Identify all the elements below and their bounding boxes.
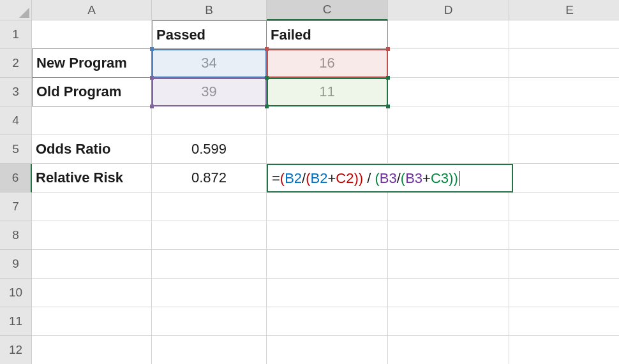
cell-E5[interactable] bbox=[509, 135, 619, 164]
cell-E11[interactable] bbox=[509, 307, 619, 336]
cell-D4[interactable] bbox=[388, 106, 509, 135]
cell-D10[interactable] bbox=[388, 279, 509, 307]
select-all-corner[interactable] bbox=[0, 0, 32, 20]
row-header-9[interactable]: 9 bbox=[0, 250, 32, 279]
cell-D7[interactable] bbox=[388, 193, 509, 221]
cell-B2[interactable]: 34 bbox=[152, 49, 267, 78]
cell-D3[interactable] bbox=[388, 78, 509, 106]
cell-B9[interactable] bbox=[152, 250, 267, 279]
cell-E9[interactable] bbox=[509, 250, 619, 279]
svg-marker-0 bbox=[19, 8, 29, 18]
cell-A9[interactable] bbox=[32, 250, 152, 279]
row-header-11[interactable]: 11 bbox=[0, 307, 32, 336]
cell-A8[interactable] bbox=[32, 221, 152, 250]
cell-C7[interactable] bbox=[267, 193, 388, 221]
col-header-A[interactable]: A bbox=[32, 0, 152, 20]
cell-A10[interactable] bbox=[32, 279, 152, 307]
row-header-3[interactable]: 3 bbox=[0, 78, 32, 106]
cell-D11[interactable] bbox=[388, 307, 509, 336]
cell-D9[interactable] bbox=[388, 250, 509, 279]
cell-D8[interactable] bbox=[388, 221, 509, 250]
cell-E7[interactable] bbox=[509, 193, 619, 221]
cell-A6[interactable]: Relative Risk bbox=[32, 164, 152, 193]
spreadsheet[interactable]: ABCDE123456789101112PassedFailedNew Prog… bbox=[0, 0, 619, 364]
col-header-C[interactable]: C bbox=[267, 0, 388, 20]
cell-D1[interactable] bbox=[388, 20, 509, 49]
row-header-5[interactable]: 5 bbox=[0, 135, 32, 164]
cell-B6[interactable]: 0.872 bbox=[152, 164, 267, 193]
cell-A4[interactable] bbox=[32, 106, 152, 135]
cell-C10[interactable] bbox=[267, 279, 388, 307]
cell-A11[interactable] bbox=[32, 307, 152, 336]
cell-E4[interactable] bbox=[509, 106, 619, 135]
cell-C5[interactable] bbox=[267, 135, 388, 164]
row-header-7[interactable]: 7 bbox=[0, 193, 32, 221]
cell-C3[interactable]: 11 bbox=[267, 78, 388, 106]
cell-B3[interactable]: 39 bbox=[152, 78, 267, 106]
text-caret bbox=[459, 171, 459, 186]
cell-A2[interactable]: New Program bbox=[32, 49, 152, 78]
cell-E3[interactable] bbox=[509, 78, 619, 106]
cell-E6[interactable] bbox=[509, 164, 619, 193]
cell-B8[interactable] bbox=[152, 221, 267, 250]
cell-B11[interactable] bbox=[152, 307, 267, 336]
cell-editor[interactable]: =(B2/(B2+C2)) / (B3/(B3+C3)) bbox=[267, 164, 513, 193]
cell-E1[interactable] bbox=[509, 20, 619, 49]
cell-C9[interactable] bbox=[267, 250, 388, 279]
cell-C11[interactable] bbox=[267, 307, 388, 336]
cell-C12[interactable] bbox=[267, 336, 388, 364]
cell-B7[interactable] bbox=[152, 193, 267, 221]
cell-D12[interactable] bbox=[388, 336, 509, 364]
row-header-4[interactable]: 4 bbox=[0, 106, 32, 135]
cell-C2[interactable]: 16 bbox=[267, 49, 388, 78]
row-header-2[interactable]: 2 bbox=[0, 49, 32, 78]
cell-A5[interactable]: Odds Ratio bbox=[32, 135, 152, 164]
cell-A3[interactable]: Old Program bbox=[32, 78, 152, 106]
cell-E12[interactable] bbox=[509, 336, 619, 364]
cell-C1[interactable]: Failed bbox=[267, 20, 388, 49]
row-header-10[interactable]: 10 bbox=[0, 279, 32, 307]
cell-B12[interactable] bbox=[152, 336, 267, 364]
row-header-8[interactable]: 8 bbox=[0, 221, 32, 250]
cell-A7[interactable] bbox=[32, 193, 152, 221]
cell-D5[interactable] bbox=[388, 135, 509, 164]
cell-B4[interactable] bbox=[152, 106, 267, 135]
cell-D2[interactable] bbox=[388, 49, 509, 78]
row-header-6[interactable]: 6 bbox=[0, 164, 32, 193]
cell-A12[interactable] bbox=[32, 336, 152, 364]
cell-C4[interactable] bbox=[267, 106, 388, 135]
col-header-E[interactable]: E bbox=[509, 0, 619, 20]
row-header-12[interactable]: 12 bbox=[0, 336, 32, 364]
col-header-D[interactable]: D bbox=[388, 0, 509, 20]
cell-B10[interactable] bbox=[152, 279, 267, 307]
cell-E8[interactable] bbox=[509, 221, 619, 250]
formula-text: =(B2/(B2+C2)) / (B3/(B3+C3)) bbox=[272, 170, 458, 187]
cell-E10[interactable] bbox=[509, 279, 619, 307]
cell-E2[interactable] bbox=[509, 49, 619, 78]
col-header-B[interactable]: B bbox=[152, 0, 267, 20]
cell-B5[interactable]: 0.599 bbox=[152, 135, 267, 164]
cell-C8[interactable] bbox=[267, 221, 388, 250]
row-header-1[interactable]: 1 bbox=[0, 20, 32, 49]
cell-A1[interactable] bbox=[32, 20, 152, 49]
cell-B1[interactable]: Passed bbox=[152, 20, 267, 49]
